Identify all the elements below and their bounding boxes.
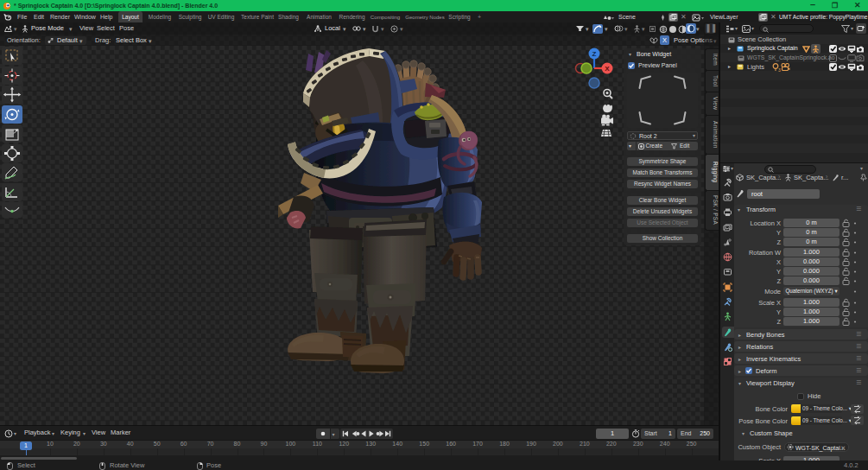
svg-text:X: X [605,65,610,73]
svg-text:Z: Z [592,50,597,58]
